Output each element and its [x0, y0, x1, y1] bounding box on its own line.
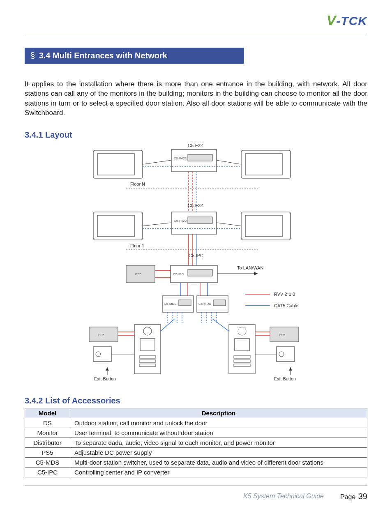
accessories-table: Model Description DSOutdoor station, cal… [25, 408, 367, 477]
diag-exit-left: Exit Button [94, 376, 116, 381]
diag-f422-top: C5-F422 [174, 157, 187, 160]
section-heading: § 3.4 Multi Entrances with Network [25, 48, 244, 64]
footer-page: Page 39 [340, 492, 367, 501]
svg-line-20 [217, 223, 241, 226]
table-row: PS5Adjustable DC power supply [25, 447, 367, 457]
section-symbol: § [30, 51, 35, 60]
svg-line-63 [161, 319, 175, 331]
footer-rule [25, 486, 367, 486]
svg-line-6 [143, 160, 171, 164]
diag-ps5-right: PS5 [279, 333, 286, 337]
diag-f422-mid: C5-F422 [174, 219, 187, 223]
table-header-row: Model Description [25, 408, 367, 418]
top-rule [25, 36, 367, 36]
table-row: DistributorTo separate dada, audio, vide… [25, 438, 367, 447]
svg-line-7 [217, 160, 241, 164]
page-footer: K5 System Technical Guide Page 39 [25, 492, 367, 501]
diag-top-label: C5-F22 [188, 143, 203, 148]
table-row: C5-MDSMulti-door station switcher, used … [25, 457, 367, 467]
diag-ps5-left: PS5 [98, 333, 105, 337]
th-desc: Description [70, 408, 367, 418]
svg-rect-52 [93, 347, 111, 362]
layout-diagram: .bx{fill:#fff;stroke:#444;stroke-width:1… [25, 142, 367, 389]
table-row: MonitorUser terminal, to communicate wit… [25, 428, 367, 438]
svg-marker-32 [254, 272, 258, 275]
svg-rect-3 [245, 154, 282, 175]
svg-rect-16 [245, 215, 282, 237]
diag-legend-blue: CAT5 Cable [274, 303, 298, 308]
diag-mds-left: C5-MDS [164, 302, 177, 306]
subhead-accessories: 3.4.2 List of Accessories [25, 396, 367, 405]
svg-line-19 [143, 223, 171, 226]
intro-paragraph: It applies to the installation where the… [25, 79, 367, 118]
svg-rect-5 [188, 154, 212, 161]
svg-rect-38 [179, 300, 191, 306]
logo-v: V [327, 12, 337, 28]
svg-rect-40 [213, 300, 226, 306]
svg-rect-1 [97, 154, 134, 175]
table-row: C5-IPCControlling center and IP converte… [25, 467, 367, 477]
diag-floor-1: Floor 1 [130, 243, 144, 248]
brand-logo: V-TCK [25, 12, 367, 28]
diag-mds-right: C5-MDS [198, 302, 211, 306]
diag-ipc-small: C5-IPC [173, 272, 184, 276]
svg-marker-65 [106, 367, 109, 371]
diag-ps5-ipc: PS5 [135, 272, 142, 276]
diag-ipc-label: C5-IPC [189, 253, 203, 258]
svg-rect-18 [188, 217, 212, 223]
svg-marker-80 [289, 367, 292, 371]
wiring-diagram-svg: .bx{fill:#fff;stroke:#444;stroke-width:1… [65, 142, 327, 389]
svg-line-78 [212, 319, 229, 331]
diag-legend-red: RVV 2*1.0 [274, 292, 295, 297]
section-title: 3.4 Multi Entrances with Network [39, 51, 167, 60]
diag-lan: To LAN/WAN [237, 265, 263, 270]
svg-rect-27 [188, 269, 212, 276]
diag-exit-right: Exit Button [274, 376, 296, 381]
svg-rect-14 [97, 215, 134, 237]
subhead-layout: 3.4.1 Layout [25, 130, 367, 140]
diag-mid-label: C5-F22 [188, 203, 203, 208]
svg-rect-56 [140, 339, 155, 351]
table-row: DSOutdoor station, call monitor and unlo… [25, 418, 367, 428]
footer-guide: K5 System Technical Guide [243, 493, 324, 500]
th-model: Model [25, 408, 70, 418]
logo-rest: -TCK [336, 14, 367, 28]
svg-rect-68 [235, 339, 249, 351]
svg-rect-73 [277, 347, 295, 362]
diag-floor-n: Floor N [130, 182, 145, 187]
